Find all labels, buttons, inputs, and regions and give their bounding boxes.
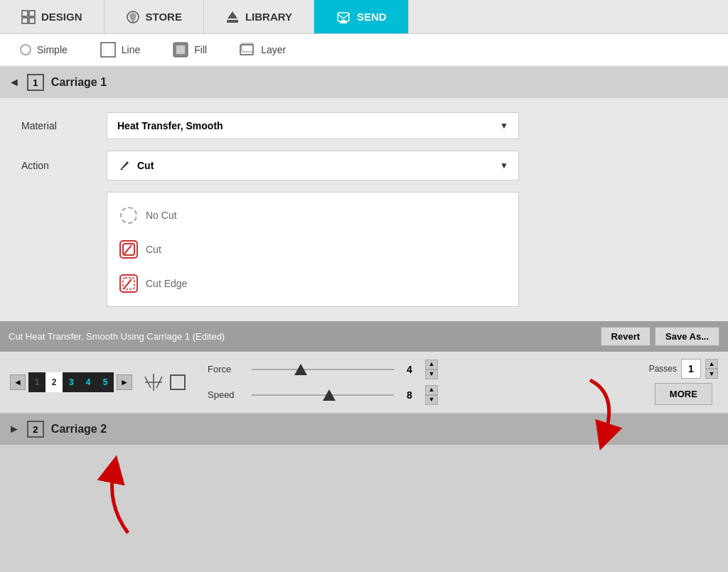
tab-library[interactable]: LIBRARY	[204, 0, 314, 33]
force-slider[interactable]	[252, 362, 394, 377]
force-up-btn[interactable]: ▲	[425, 360, 438, 369]
passes-label: Passes	[649, 364, 677, 374]
action-dropdown-panel: No Cut Cut	[107, 192, 519, 307]
cut-icon	[119, 239, 139, 259]
force-stepper: ▲ ▼	[425, 360, 438, 379]
svg-rect-10	[101, 43, 115, 57]
action-row: Action Cut ▼	[21, 151, 707, 180]
action-option-cut[interactable]: Cut	[107, 232, 518, 266]
svg-rect-2	[22, 18, 28, 23]
action-value: Cut	[117, 158, 154, 173]
speed-stepper: ▲ ▼	[425, 385, 438, 405]
passes-stepper: ▲ ▼	[705, 359, 718, 379]
design-label: DESIGN	[41, 11, 82, 23]
svg-rect-14	[240, 45, 253, 55]
action-option-no-cut[interactable]: No Cut	[107, 198, 518, 232]
svg-marker-6	[228, 11, 237, 18]
material-row: Material Heat Transfer, Smooth ▼	[21, 112, 707, 139]
svg-rect-3	[29, 18, 35, 23]
action-dropdown[interactable]: Cut ▼	[107, 151, 519, 180]
svg-rect-11	[104, 43, 112, 57]
profile-buttons: Revert Save As...	[601, 327, 719, 346]
force-value: 4	[402, 364, 417, 375]
simple-radio[interactable]	[20, 44, 31, 55]
carriage1-header[interactable]: ◄ 1 Carriage 1	[0, 67, 728, 98]
blade-next-btn[interactable]: ►	[117, 374, 132, 390]
profile-label: Cut Heat Transfer, Smooth Using Carriage…	[9, 331, 225, 342]
blade-prev-btn[interactable]: ◄	[10, 374, 26, 390]
action-label: Action	[21, 160, 107, 171]
carriage1-number: 1	[27, 74, 44, 91]
mode-tab-layer[interactable]: Layer	[234, 39, 291, 60]
top-navigation: DESIGN STORE LIBRARY SEND	[0, 0, 728, 34]
speed-slider[interactable]	[252, 388, 394, 402]
send-label: SEND	[357, 11, 387, 23]
blade-tab-5[interactable]: 5	[97, 372, 114, 392]
line-mode-icon	[100, 42, 116, 58]
mode-tab-simple[interactable]: Simple	[14, 41, 73, 58]
svg-rect-1	[29, 11, 35, 16]
action-option-cut-edge[interactable]: Cut Edge	[107, 266, 518, 301]
more-button[interactable]: MORE	[655, 383, 712, 405]
layer-label: Layer	[261, 44, 286, 55]
passes-area: Passes 1 ▲ ▼ MORE	[649, 359, 718, 405]
library-icon	[225, 10, 240, 24]
carriage2-expand-arrow: ►	[9, 423, 20, 436]
tab-store[interactable]: STORE	[105, 0, 204, 33]
material-value: Heat Transfer, Smooth	[117, 120, 223, 131]
carriage1-collapse-arrow: ◄	[9, 76, 20, 89]
blade-tabs: 1 2 3 4 5	[28, 372, 114, 392]
material-dropdown[interactable]: Heat Transfer, Smooth ▼	[107, 112, 519, 139]
passes-up-btn[interactable]: ▲	[705, 359, 718, 369]
svg-rect-5	[227, 20, 238, 23]
svg-rect-9	[340, 22, 347, 23]
layer-mode-icon	[240, 42, 255, 58]
passes-value: 1	[681, 359, 701, 379]
crosshair-icon	[144, 372, 164, 392]
fill-mode-icon	[173, 42, 188, 58]
send-icon	[336, 10, 351, 24]
revert-button[interactable]: Revert	[601, 327, 651, 346]
mode-tabs-bar: Simple Line Fill Layer	[0, 34, 728, 67]
mode-tab-line[interactable]: Line	[95, 39, 146, 60]
speed-up-btn[interactable]: ▲	[425, 385, 438, 395]
svg-rect-24	[171, 375, 185, 389]
mode-tab-fill[interactable]: Fill	[167, 39, 213, 60]
blade-tab-4[interactable]: 4	[80, 372, 97, 392]
cut-blade-icon	[117, 158, 132, 173]
force-row: Force 4 ▲ ▼	[208, 360, 635, 379]
profile-bar: Cut Heat Transfer, Smooth Using Carriage…	[0, 321, 728, 352]
passes-down-btn[interactable]: ▼	[705, 369, 718, 379]
force-label: Force	[208, 364, 243, 374]
passes-row: Passes 1 ▲ ▼	[649, 359, 718, 379]
material-label: Material	[21, 120, 107, 131]
svg-rect-0	[22, 11, 28, 16]
speed-label: Speed	[208, 389, 243, 400]
line-label: Line	[122, 44, 140, 55]
sliders-row: ◄ 1 2 3 4 5 ► Force 4	[0, 352, 728, 412]
blade-tab-3[interactable]: 3	[63, 372, 80, 392]
blade-tab-1[interactable]: 1	[28, 372, 46, 392]
blade-tab-2[interactable]: 2	[46, 372, 63, 392]
material-dropdown-arrow: ▼	[500, 121, 508, 131]
cut-edge-icon	[119, 274, 139, 293]
carriage2-title: Carriage 2	[51, 423, 107, 436]
design-icon	[21, 10, 36, 24]
speed-down-btn[interactable]: ▼	[425, 395, 438, 405]
blade-icons	[144, 372, 186, 392]
simple-label: Simple	[37, 44, 68, 55]
store-icon	[126, 10, 140, 24]
no-cut-icon	[119, 205, 139, 225]
store-label: STORE	[146, 11, 182, 23]
force-down-btn[interactable]: ▼	[425, 369, 438, 379]
action-dropdown-arrow: ▼	[500, 161, 508, 171]
save-as-button[interactable]: Save As...	[655, 327, 719, 346]
carriage2-number: 2	[27, 421, 44, 438]
blade-selector: ◄ 1 2 3 4 5 ►	[10, 372, 132, 392]
svg-rect-13	[176, 45, 185, 54]
tab-design[interactable]: DESIGN	[0, 0, 105, 33]
carriage2-header[interactable]: ► 2 Carriage 2	[0, 414, 728, 445]
square-icon	[169, 374, 186, 391]
tab-send[interactable]: SEND	[314, 0, 409, 33]
speed-row: Speed 8 ▲ ▼	[208, 385, 635, 405]
